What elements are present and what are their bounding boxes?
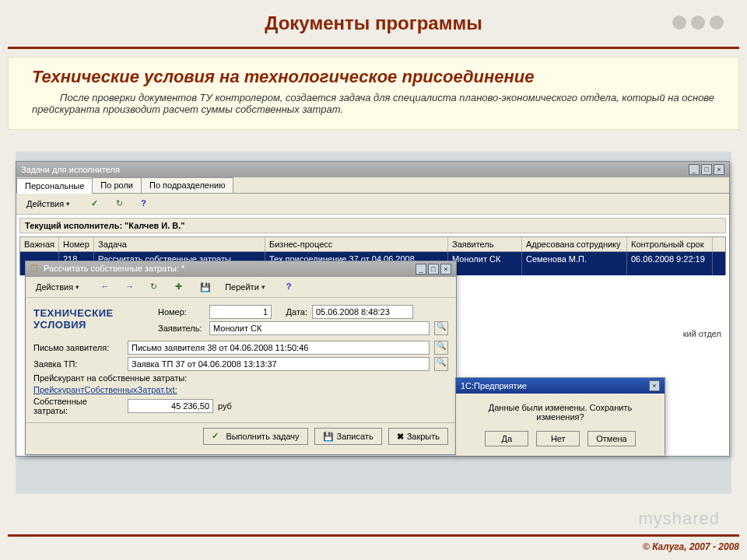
doc-icon <box>30 264 41 275</box>
calc-titlebar[interactable]: Рассчитать собственные затраты: * _ □ × <box>26 261 456 277</box>
col-task[interactable]: Задача <box>94 237 265 251</box>
dialog-no-button[interactable]: Нет <box>536 431 580 446</box>
app-area: Задачи для исполнителя _ □ × Персональны… <box>16 152 731 494</box>
lbl-requester: Заявитель: <box>158 324 205 333</box>
letter-lookup-button[interactable]: 🔍 <box>434 341 448 355</box>
request-field[interactable] <box>128 357 430 371</box>
copyright: © Калуга, 2007 - 2008 <box>643 541 739 552</box>
cell-requester: Монолит СК <box>448 252 522 275</box>
date-field[interactable] <box>312 305 413 319</box>
requester-lookup-button[interactable]: 🔍 <box>434 321 448 335</box>
lbl-pricelist: Прейскурант на собственные затраты: <box>33 373 187 383</box>
slide-header: Документы программы <box>0 0 747 47</box>
goto-menu[interactable]: Перейти <box>219 279 278 295</box>
back-icon[interactable] <box>95 279 117 295</box>
dialog-cancel-button[interactable]: Отмена <box>587 431 635 446</box>
tasks-tabs: Персональные По роли По подразделению <box>16 177 729 194</box>
costs-field[interactable] <box>128 399 213 413</box>
currency-label: руб <box>218 401 232 411</box>
dialog-message: Данные были изменены. Сохранить изменени… <box>464 403 657 422</box>
forward-icon[interactable] <box>120 279 142 295</box>
close-button[interactable]: × <box>714 164 724 175</box>
decorative-dots <box>672 16 724 30</box>
col-deadline[interactable]: Контрольный срок <box>627 237 713 251</box>
dialog-body: Данные были изменены. Сохранить изменени… <box>456 394 665 456</box>
calc-form: ТЕХНИЧЕСКИЕ УСЛОВИЯ Номер: Дата: Заявите… <box>26 298 456 422</box>
lbl-costs: Собственные затраты: <box>33 397 123 415</box>
sub-minimize-button[interactable]: _ <box>416 264 426 275</box>
tasks-titlebar[interactable]: Задачи для исполнителя _ □ × <box>16 162 729 177</box>
watermark: myshared <box>638 509 720 529</box>
tasks-window-title: Задачи для исполнителя <box>21 165 120 174</box>
col-important[interactable]: Важная <box>20 237 59 251</box>
lbl-date: Дата: <box>276 307 307 317</box>
number-field[interactable] <box>209 305 272 319</box>
actions-menu[interactable]: Действия <box>21 196 82 212</box>
close-form-button[interactable]: ✖ Закрыть <box>388 428 448 445</box>
tasks-toolbar: Действия <box>16 194 729 215</box>
slide-footer: © Калуга, 2007 - 2008 <box>8 534 739 552</box>
toolbar-help-icon[interactable] <box>135 196 157 212</box>
refresh-icon[interactable] <box>145 279 167 295</box>
tab-by-role[interactable]: По роли <box>92 177 142 193</box>
dialog-yes-button[interactable]: Да <box>485 431 528 446</box>
section-description: После проверки документов ТУ контролером… <box>32 92 715 115</box>
tab-by-department[interactable]: По подразделению <box>141 177 233 193</box>
pricelist-link[interactable]: ПрейскурантСобственныхЗатрат.txt: <box>33 385 177 394</box>
dialog-titlebar[interactable]: 1С:Предприятие × <box>456 378 665 394</box>
calc-help-icon[interactable] <box>281 279 303 295</box>
confirm-dialog: 1С:Предприятие × Данные были изменены. С… <box>455 377 665 455</box>
executor-bar: Текущий исполнитель: "Калчев И. В." <box>19 218 726 233</box>
sub-close-button[interactable]: × <box>440 264 451 275</box>
section-box: Технические условия на технологическое п… <box>8 57 739 130</box>
toolbar-refresh-icon[interactable] <box>110 196 132 212</box>
grid-header: Важная Номер Задача Бизнес-процесс Заяви… <box>19 236 726 252</box>
dialog-close-button[interactable]: × <box>649 380 660 391</box>
new-icon[interactable] <box>170 279 191 295</box>
lbl-letter: Письмо заявителя: <box>33 343 123 352</box>
lbl-number: Номер: <box>158 307 205 317</box>
form-title: ТЕХНИЧЕСКИЕ УСЛОВИЯ <box>33 303 158 338</box>
calculate-costs-window: Рассчитать собственные затраты: * _ □ × … <box>25 261 457 455</box>
save-button[interactable]: 💾Записать <box>314 428 382 445</box>
col-requester[interactable]: Заявитель <box>448 237 522 251</box>
section-title: Технические условия на технологическое п… <box>32 67 715 87</box>
col-addressed[interactable]: Адресована сотруднику <box>522 237 627 251</box>
save-icon[interactable]: 💾 <box>195 280 216 295</box>
slide-title: Документы программы <box>265 12 482 34</box>
calc-toolbar: Действия 💾 Перейти <box>26 277 456 298</box>
col-process[interactable]: Бизнес-процесс <box>265 237 448 251</box>
requester-field[interactable] <box>209 321 430 335</box>
execute-task-button[interactable]: Выполнить задачу <box>203 428 307 445</box>
calc-actions-menu[interactable]: Действия <box>30 279 92 295</box>
minimize-button[interactable]: _ <box>689 164 700 175</box>
dialog-title: 1С:Предприятие <box>461 381 527 390</box>
toolbar-check-icon[interactable] <box>86 196 107 212</box>
calc-footer: Выполнить задачу 💾Записать ✖ Закрыть <box>26 422 456 450</box>
maximize-button[interactable]: □ <box>701 164 712 175</box>
lbl-request: Заявка ТП: <box>33 359 123 369</box>
request-lookup-button[interactable]: 🔍 <box>434 357 448 371</box>
calc-window-title: Рассчитать собственные затраты: * <box>44 264 184 273</box>
cell-deadline: 06.06.2008 9:22:19 <box>627 252 713 275</box>
col-number[interactable]: Номер <box>59 237 94 251</box>
chevron-down-icon <box>66 198 77 209</box>
tab-personal[interactable]: Персональные <box>16 178 93 194</box>
header-rule <box>8 47 739 49</box>
letter-field[interactable] <box>128 341 430 355</box>
partial-text: кий отдел <box>683 329 721 338</box>
sub-maximize-button[interactable]: □ <box>428 264 439 275</box>
cell-addressed: Семенова М.П. <box>522 252 627 275</box>
